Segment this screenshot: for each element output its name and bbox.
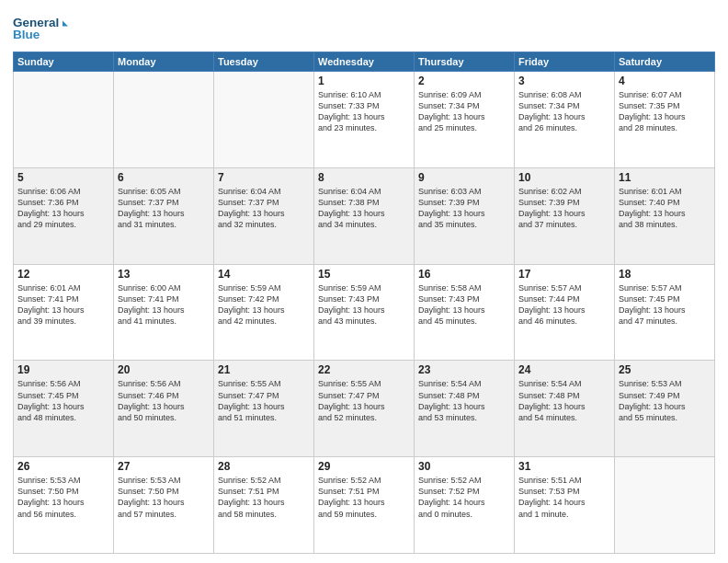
svg-text:Blue: Blue [13,28,40,41]
day-number: 25 [619,363,711,376]
day-info: Sunrise: 5:55 AM Sunset: 7:47 PM Dayligh… [218,378,310,423]
calendar-cell: 6Sunrise: 6:05 AM Sunset: 7:37 PM Daylig… [114,167,214,264]
calendar-week-row: 1Sunrise: 6:10 AM Sunset: 7:33 PM Daylig… [14,72,715,168]
calendar-cell: 23Sunrise: 5:54 AM Sunset: 7:48 PM Dayli… [415,361,515,457]
day-info: Sunrise: 5:53 AM Sunset: 7:50 PM Dayligh… [118,475,210,520]
page: General Blue SundayMondayTuesdayWednesda… [0,0,728,563]
calendar-cell: 11Sunrise: 6:01 AM Sunset: 7:40 PM Dayli… [615,167,715,264]
day-number: 11 [619,171,711,184]
calendar-cell: 2Sunrise: 6:09 AM Sunset: 7:34 PM Daylig… [415,72,515,168]
day-number: 2 [418,75,510,87]
weekday-header-thursday: Thursday [415,52,515,72]
day-number: 29 [318,460,410,473]
calendar-cell: 14Sunrise: 5:59 AM Sunset: 7:42 PM Dayli… [214,264,314,361]
day-info: Sunrise: 5:57 AM Sunset: 7:44 PM Dayligh… [518,282,610,327]
weekday-header-friday: Friday [515,52,615,72]
calendar-cell: 26Sunrise: 5:53 AM Sunset: 7:50 PM Dayli… [14,457,114,554]
day-info: Sunrise: 5:59 AM Sunset: 7:42 PM Dayligh… [218,282,310,327]
calendar-cell: 15Sunrise: 5:59 AM Sunset: 7:43 PM Dayli… [314,264,415,361]
day-number: 31 [518,460,610,473]
day-number: 4 [619,75,711,87]
day-number: 10 [518,171,610,184]
calendar-cell: 30Sunrise: 5:52 AM Sunset: 7:52 PM Dayli… [415,457,515,554]
day-number: 18 [619,268,711,281]
weekday-header-row: SundayMondayTuesdayWednesdayThursdayFrid… [14,52,715,72]
calendar-cell: 28Sunrise: 5:52 AM Sunset: 7:51 PM Dayli… [214,457,314,554]
weekday-header-monday: Monday [114,52,214,72]
day-info: Sunrise: 6:09 AM Sunset: 7:34 PM Dayligh… [418,89,510,134]
svg-marker-2 [63,21,68,27]
calendar-week-row: 12Sunrise: 6:01 AM Sunset: 7:41 PM Dayli… [14,264,715,361]
day-info: Sunrise: 5:57 AM Sunset: 7:45 PM Dayligh… [619,282,711,327]
day-info: Sunrise: 5:51 AM Sunset: 7:53 PM Dayligh… [518,475,610,520]
calendar-cell: 5Sunrise: 6:06 AM Sunset: 7:36 PM Daylig… [14,167,114,264]
day-info: Sunrise: 6:04 AM Sunset: 7:37 PM Dayligh… [218,186,310,231]
day-info: Sunrise: 6:03 AM Sunset: 7:39 PM Dayligh… [418,186,510,231]
calendar-cell: 1Sunrise: 6:10 AM Sunset: 7:33 PM Daylig… [314,72,415,168]
day-info: Sunrise: 5:55 AM Sunset: 7:47 PM Dayligh… [318,378,410,423]
calendar-week-row: 5Sunrise: 6:06 AM Sunset: 7:36 PM Daylig… [14,167,715,264]
day-number: 1 [318,75,410,87]
day-number: 27 [118,460,210,473]
weekday-header-sunday: Sunday [14,52,114,72]
day-info: Sunrise: 5:56 AM Sunset: 7:46 PM Dayligh… [118,378,210,423]
day-number: 13 [118,268,210,281]
day-info: Sunrise: 5:54 AM Sunset: 7:48 PM Dayligh… [418,378,510,423]
day-info: Sunrise: 6:00 AM Sunset: 7:41 PM Dayligh… [118,282,210,327]
day-number: 22 [318,363,410,376]
day-number: 28 [218,460,310,473]
weekday-header-saturday: Saturday [615,52,715,72]
day-number: 17 [518,268,610,281]
calendar-cell: 25Sunrise: 5:53 AM Sunset: 7:49 PM Dayli… [615,361,715,457]
day-number: 12 [17,268,109,281]
calendar-cell: 7Sunrise: 6:04 AM Sunset: 7:37 PM Daylig… [214,167,314,264]
day-number: 6 [118,171,210,184]
calendar-cell: 31Sunrise: 5:51 AM Sunset: 7:53 PM Dayli… [515,457,615,554]
day-info: Sunrise: 5:54 AM Sunset: 7:48 PM Dayligh… [518,378,610,423]
calendar-cell: 13Sunrise: 6:00 AM Sunset: 7:41 PM Dayli… [114,264,214,361]
calendar-cell: 17Sunrise: 5:57 AM Sunset: 7:44 PM Dayli… [515,264,615,361]
calendar-cell [214,72,314,168]
calendar-cell: 12Sunrise: 6:01 AM Sunset: 7:41 PM Dayli… [14,264,114,361]
day-number: 23 [418,363,510,376]
calendar-cell [114,72,214,168]
day-info: Sunrise: 6:06 AM Sunset: 7:36 PM Dayligh… [17,186,109,231]
calendar-cell: 20Sunrise: 5:56 AM Sunset: 7:46 PM Dayli… [114,361,214,457]
day-number: 16 [418,268,510,281]
day-number: 20 [118,363,210,376]
calendar-cell: 10Sunrise: 6:02 AM Sunset: 7:39 PM Dayli… [515,167,615,264]
calendar-week-row: 26Sunrise: 5:53 AM Sunset: 7:50 PM Dayli… [14,457,715,554]
day-number: 30 [418,460,510,473]
day-info: Sunrise: 5:56 AM Sunset: 7:45 PM Dayligh… [17,378,109,423]
calendar-cell: 18Sunrise: 5:57 AM Sunset: 7:45 PM Dayli… [615,264,715,361]
calendar-cell: 27Sunrise: 5:53 AM Sunset: 7:50 PM Dayli… [114,457,214,554]
day-number: 5 [17,171,109,184]
calendar-table: SundayMondayTuesdayWednesdayThursdayFrid… [13,52,715,554]
day-info: Sunrise: 5:53 AM Sunset: 7:49 PM Dayligh… [619,378,711,423]
day-info: Sunrise: 5:52 AM Sunset: 7:51 PM Dayligh… [218,475,310,520]
calendar-cell: 9Sunrise: 6:03 AM Sunset: 7:39 PM Daylig… [415,167,515,264]
day-number: 24 [518,363,610,376]
day-number: 26 [17,460,109,473]
day-info: Sunrise: 6:05 AM Sunset: 7:37 PM Dayligh… [118,186,210,231]
day-info: Sunrise: 5:58 AM Sunset: 7:43 PM Dayligh… [418,282,510,327]
day-info: Sunrise: 6:10 AM Sunset: 7:33 PM Dayligh… [318,89,410,134]
day-info: Sunrise: 5:52 AM Sunset: 7:51 PM Dayligh… [318,475,410,520]
svg-text:General: General [13,16,59,29]
day-number: 21 [218,363,310,376]
calendar-cell: 4Sunrise: 6:07 AM Sunset: 7:35 PM Daylig… [615,72,715,168]
day-info: Sunrise: 5:59 AM Sunset: 7:43 PM Dayligh… [318,282,410,327]
calendar-cell [14,72,114,168]
day-info: Sunrise: 5:53 AM Sunset: 7:50 PM Dayligh… [17,475,109,520]
day-number: 3 [518,75,610,87]
calendar-cell: 16Sunrise: 5:58 AM Sunset: 7:43 PM Dayli… [415,264,515,361]
calendar-cell: 8Sunrise: 6:04 AM Sunset: 7:38 PM Daylig… [314,167,415,264]
header: General Blue [13,9,715,46]
logo: General Blue [13,9,68,46]
day-number: 15 [318,268,410,281]
day-number: 9 [418,171,510,184]
day-info: Sunrise: 6:04 AM Sunset: 7:38 PM Dayligh… [318,186,410,231]
calendar-cell: 21Sunrise: 5:55 AM Sunset: 7:47 PM Dayli… [214,361,314,457]
calendar-cell: 29Sunrise: 5:52 AM Sunset: 7:51 PM Dayli… [314,457,415,554]
day-info: Sunrise: 6:07 AM Sunset: 7:35 PM Dayligh… [619,89,711,134]
